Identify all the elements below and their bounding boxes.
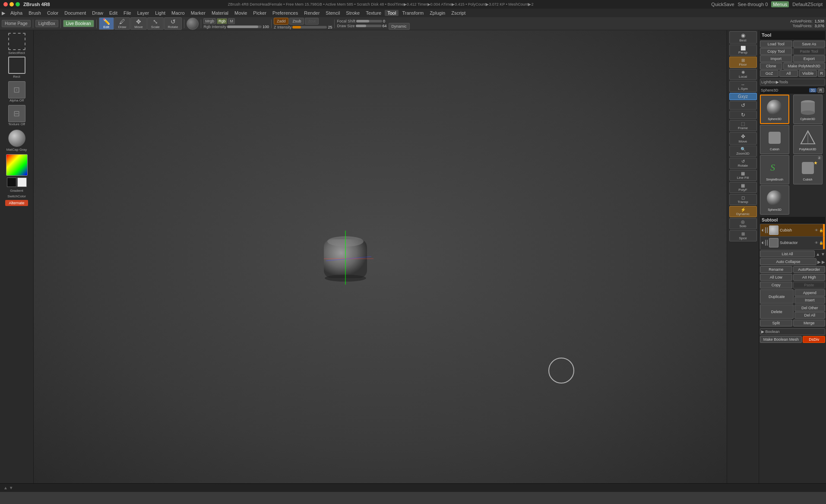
menu-item-zscript[interactable]: Zscript — [449, 10, 468, 16]
copy-tool-btn[interactable]: Copy Tool — [760, 48, 792, 55]
rp-lsym-btn[interactable]: ↔ L.Sym — [729, 81, 757, 92]
zadd-btn[interactable]: Zadd — [274, 18, 289, 25]
draw-btn[interactable]: 🖊 Draw — [114, 17, 130, 30]
make-boolean-mesh-btn[interactable]: Make Boolean Mesh — [760, 336, 802, 343]
rp-dynamic-btn[interactable]: ⚡ Dynamic — [729, 206, 757, 217]
all-goz-btn[interactable]: All — [779, 70, 798, 77]
all-low-btn[interactable]: All Low — [760, 274, 792, 281]
move-btn[interactable]: ✥ Move — [130, 17, 147, 30]
scale-btn[interactable]: ⤡ Scale — [147, 17, 164, 30]
zcut-btn[interactable]: Zcut — [305, 18, 319, 25]
rp-transp-btn[interactable]: ◻ Transp — [729, 194, 757, 205]
matcap-btn[interactable]: MatCap Gray — [2, 129, 32, 152]
rotate-btn[interactable]: ↺ Rotate — [164, 17, 182, 30]
rp-best-btn[interactable]: ◉ Best — [729, 31, 757, 44]
delete-btn[interactable]: Delete — [760, 304, 794, 319]
rp-persp-btn[interactable]: ⬜ Persp — [729, 44, 757, 56]
rp-zoom3d-btn[interactable]: 🔍 Zoom3D — [729, 146, 757, 157]
rp-move-btn[interactable]: ✥ Move — [729, 132, 757, 145]
menu-item-color[interactable]: Color — [44, 10, 61, 16]
list-all-btn[interactable]: List All — [760, 250, 815, 257]
texture-btn[interactable]: ⊟ Texture Off — [2, 105, 32, 126]
auto-collapse-btn[interactable]: Auto Collapse — [760, 258, 817, 265]
rgb-btn[interactable]: Rgb — [217, 18, 228, 24]
tool-thumb-cylinder3d[interactable]: Cylinder3D — [793, 95, 823, 124]
rp-undo-btn[interactable]: ↺ — [729, 101, 757, 110]
copy-btn[interactable]: Copy — [760, 282, 792, 288]
menu-item-macro[interactable]: Macro — [169, 10, 187, 16]
tool-thumb-sphere3d-current[interactable]: Sphere3D — [760, 95, 789, 124]
menu-item-stroke[interactable]: Stroke — [343, 10, 362, 16]
sphere-r-btn[interactable]: R — [817, 88, 825, 93]
visible-btn[interactable]: Visible — [799, 70, 817, 77]
menu-item-picker[interactable]: Picker — [250, 10, 269, 16]
rp-solo-btn[interactable]: ◎ Solo — [729, 218, 757, 229]
merge-btn[interactable]: Merge — [793, 320, 826, 326]
dynamic-btn[interactable]: Dynamic — [389, 23, 410, 30]
see-through-btn[interactable]: See-through 0 — [738, 2, 768, 7]
zsub-btn[interactable]: Zsub — [289, 18, 304, 25]
default-script-btn[interactable]: DefaultZScript — [792, 2, 823, 7]
insert-btn[interactable]: Insert — [794, 297, 826, 304]
clone-btn[interactable]: Clone — [760, 63, 782, 70]
live-boolean-btn[interactable]: Live Boolean — [63, 20, 94, 27]
select-rect-btn[interactable]: SelectRect — [2, 32, 32, 55]
z-intensity-slider[interactable] — [292, 26, 327, 29]
mrgb-btn[interactable]: Mrgb — [203, 18, 216, 24]
split-btn[interactable]: Split — [760, 320, 792, 326]
material-preview[interactable] — [187, 18, 199, 30]
home-page-btn[interactable]: Home Page — [2, 20, 31, 27]
alternate-btn[interactable]: Alternate — [5, 200, 28, 206]
tool-thumb-cubish-star[interactable]: Cubish 2 — [793, 155, 823, 184]
m-btn[interactable]: M — [228, 18, 235, 24]
subtool-item-cubish[interactable]: ◐ Cubish 👁 🔒 — [760, 224, 825, 237]
canvas-area[interactable] — [34, 30, 727, 483]
lightbox-btn[interactable]: LightBox — [35, 20, 58, 27]
duplicate-btn[interactable]: Duplicate — [760, 289, 794, 304]
del-other-btn[interactable]: Del Other — [794, 304, 826, 311]
menus-btn[interactable]: Menus — [771, 1, 789, 7]
menu-item-movie[interactable]: Movie — [232, 10, 250, 16]
quicksave-btn[interactable]: QuickSave — [711, 2, 734, 7]
menu-item-draw[interactable]: Draw — [89, 10, 106, 16]
tool-thumb-simplebrush[interactable]: S SimpleBrush — [760, 155, 789, 184]
menu-item-render[interactable]: Render — [301, 10, 322, 16]
paste-btn[interactable]: Paste — [793, 282, 826, 288]
save-as-btn[interactable]: Save As — [793, 41, 826, 48]
menu-item-edit[interactable]: Edit — [107, 10, 120, 16]
subtool-item-subtractor[interactable]: ◐ Subtractor 👁 🔒 — [760, 237, 825, 249]
rect-btn[interactable]: Rect — [2, 56, 32, 79]
menu-item-zplugin[interactable]: Zplugin — [427, 10, 448, 16]
white-swatch[interactable] — [17, 178, 27, 187]
tool-thumb-cubish[interactable]: Cubish — [760, 125, 789, 154]
dsdiv-btn[interactable]: DsDiv — [803, 336, 825, 343]
menu-item-document[interactable]: Document — [62, 10, 89, 16]
menu-item-material[interactable]: Material — [209, 10, 231, 16]
rename-btn[interactable]: Rename — [760, 266, 792, 273]
rp-gxyz-btn[interactable]: Gxyz — [729, 93, 757, 100]
rp-frame-btn[interactable]: ⬚ Frame — [729, 120, 757, 131]
export-btn[interactable]: Export — [793, 55, 826, 62]
rp-rotate-btn[interactable]: ↺ Rotate — [729, 158, 757, 169]
goz-btn[interactable]: GoZ — [760, 70, 779, 77]
menu-item-file[interactable]: File — [121, 10, 134, 16]
rp-linefill-btn[interactable]: ▦ Line Fill — [729, 170, 757, 181]
boolean-toggle-btn[interactable]: ▶ Boolean — [760, 328, 825, 335]
make-polymesh-btn[interactable]: Make PolyMesh3D — [783, 63, 825, 70]
rp-floor-btn[interactable]: ⊞ Floor — [729, 57, 757, 68]
del-all-btn[interactable]: Del All — [794, 312, 826, 319]
color-swatch[interactable] — [6, 154, 28, 176]
lightbox-tools-btn[interactable]: Lightbox▶Tools — [760, 79, 825, 86]
focal-shift-slider[interactable] — [356, 20, 382, 22]
autoreorder-btn[interactable]: AutoReorder — [793, 266, 826, 273]
menu-item-preferences[interactable]: Preferences — [270, 10, 301, 16]
paste-tool-btn[interactable]: Paste Tool — [793, 48, 826, 55]
rp-local-btn[interactable]: ❋ Local — [729, 69, 757, 80]
menu-item-brush[interactable]: Brush — [26, 10, 44, 16]
draw-size-slider[interactable] — [356, 25, 382, 27]
tool-thumb-sphere3d-solo[interactable]: Sphere3D — [760, 185, 789, 215]
rp-spce-btn[interactable]: ⊞ Spce — [729, 230, 757, 241]
tool-thumb-polymesh3d[interactable]: PolyMesh3D — [793, 125, 823, 154]
r-btn[interactable]: R — [818, 70, 825, 77]
load-tool-btn[interactable]: Load Tool — [760, 41, 792, 48]
